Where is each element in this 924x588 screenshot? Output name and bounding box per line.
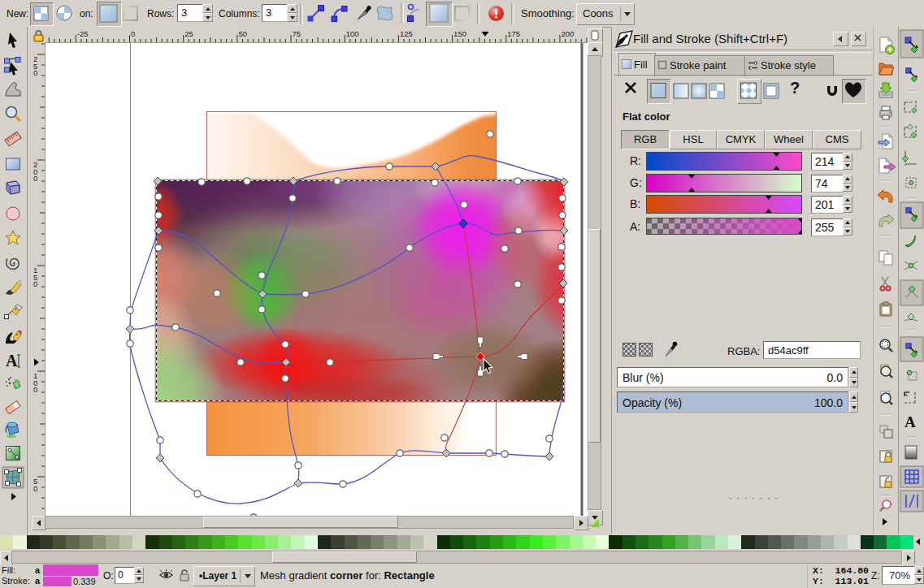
- svg-text:150: 150: [453, 29, 466, 38]
- svg-text:75: 75: [293, 29, 301, 38]
- svg-text:A: A: [6, 352, 18, 370]
- svg-text:200: 200: [561, 29, 574, 38]
- svg-text:175: 175: [507, 29, 520, 38]
- svg-text:-25: -25: [77, 29, 89, 38]
- svg-text:125: 125: [400, 29, 413, 38]
- svg-text:25: 25: [184, 29, 193, 38]
- svg-text:0: 0: [33, 68, 37, 77]
- svg-text:0: 0: [33, 279, 37, 288]
- svg-text:100: 100: [346, 29, 359, 38]
- svg-text:0: 0: [33, 385, 37, 394]
- svg-text:0: 0: [131, 29, 135, 38]
- svg-text:0: 0: [33, 174, 37, 183]
- svg-text:0: 0: [33, 484, 37, 493]
- svg-text:A: A: [904, 413, 916, 430]
- svg-text:50: 50: [238, 29, 247, 38]
